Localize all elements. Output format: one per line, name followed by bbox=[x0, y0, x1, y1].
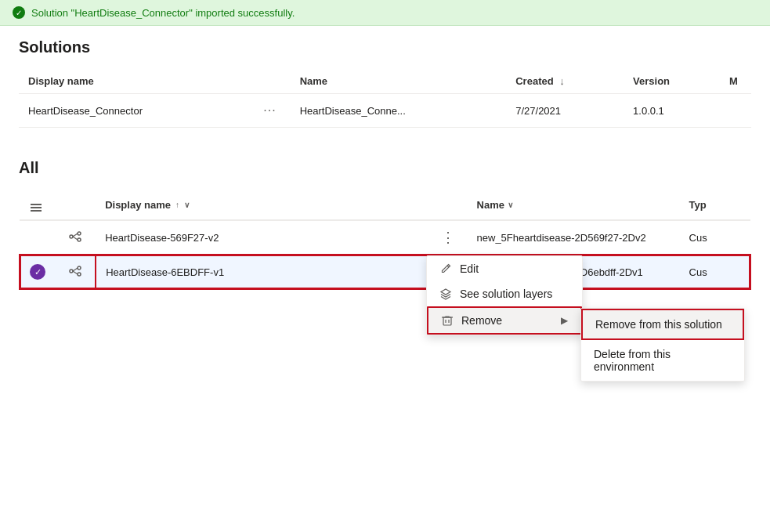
svg-rect-10 bbox=[443, 317, 451, 325]
context-menu-edit[interactable]: Edit bbox=[427, 256, 582, 281]
all-row1-display: HeartDisease-569F27-v2 ⋮ bbox=[96, 220, 467, 255]
trash-icon bbox=[441, 314, 454, 327]
svg-point-6 bbox=[78, 266, 81, 270]
all-row2-type: Cus bbox=[680, 255, 750, 289]
row-connector-icon bbox=[69, 230, 81, 243]
svg-point-7 bbox=[78, 273, 81, 276]
solutions-title: Solutions bbox=[19, 38, 751, 56]
svg-point-2 bbox=[78, 238, 81, 241]
solutions-section: Solutions Display name Name Created ↓ bbox=[19, 38, 751, 128]
all-title: All bbox=[19, 159, 751, 177]
display-name-sort-filter[interactable]: ∨ bbox=[184, 201, 190, 209]
solutions-header-row: Display name Name Created ↓ Version M bbox=[19, 69, 751, 94]
solutions-th-managed: M bbox=[720, 69, 751, 94]
created-sort-icon: ↓ bbox=[559, 75, 565, 87]
all-table: Display name ↑ ∨ Name ∨ T bbox=[19, 190, 751, 290]
all-table-container: Display name ↑ ∨ Name ∨ T bbox=[19, 190, 751, 290]
pencil-icon bbox=[439, 262, 452, 275]
solutions-cell-managed bbox=[720, 94, 751, 128]
remove-submenu-chevron: ▶ bbox=[561, 315, 568, 326]
layers-icon bbox=[439, 288, 452, 300]
table-row: ✓ bbox=[20, 255, 750, 289]
svg-line-8 bbox=[73, 268, 78, 271]
all-th-group bbox=[20, 190, 60, 220]
solutions-cell-name: HeartDisease_Conne... bbox=[291, 94, 507, 128]
all-row2-display: HeartDisease-6EBDFF-v1 ⋮ bbox=[96, 255, 467, 289]
group-sort-icon bbox=[29, 202, 43, 213]
all-row2-check: ✓ bbox=[20, 255, 60, 289]
all-th-icon bbox=[60, 190, 96, 220]
svg-point-0 bbox=[70, 235, 73, 238]
svg-line-4 bbox=[73, 237, 78, 240]
solutions-th-more bbox=[249, 69, 290, 94]
all-row1-name: new_5Fheartdisease-2D569f27-2Dv2 bbox=[468, 220, 680, 255]
success-banner: ✓ Solution "HeartDisease_Connector" impo… bbox=[0, 0, 770, 26]
submenu-remove-from-solution[interactable]: Remove from this solution bbox=[581, 309, 744, 340]
row1-more-button[interactable]: ⋮ bbox=[438, 229, 458, 246]
context-menu: Edit See solution layers bbox=[426, 255, 583, 335]
all-row1-icon bbox=[60, 220, 96, 255]
name-sort-icon: ∨ bbox=[508, 201, 513, 209]
solutions-table: Display name Name Created ↓ Version M bbox=[19, 69, 751, 128]
all-header-row: Display name ↑ ∨ Name ∨ T bbox=[20, 190, 750, 220]
all-th-type: Typ bbox=[680, 190, 750, 220]
table-row: HeartDisease_Connector ··· HeartDisease_… bbox=[19, 94, 751, 128]
context-menu-remove[interactable]: Remove ▶ Remove from this solution Delet… bbox=[427, 306, 582, 335]
row2-connector-icon bbox=[69, 265, 81, 277]
all-row1-type: Cus bbox=[680, 220, 750, 255]
solutions-cell-created: 7/27/2021 bbox=[506, 94, 624, 128]
display-name-sort-asc: ↑ bbox=[175, 201, 179, 209]
solutions-th-display-name: Display name bbox=[19, 69, 249, 94]
solutions-more-button[interactable]: ··· bbox=[258, 102, 280, 119]
all-row1-check bbox=[20, 220, 60, 255]
all-row2-icon bbox=[60, 255, 96, 289]
svg-point-5 bbox=[70, 270, 73, 273]
solutions-cell-display-name: HeartDisease_Connector bbox=[19, 94, 249, 128]
svg-line-3 bbox=[73, 233, 78, 237]
solutions-th-name: Name bbox=[291, 69, 507, 94]
all-section: All bbox=[19, 159, 751, 290]
row2-check-icon: ✓ bbox=[30, 264, 45, 280]
solutions-cell-more[interactable]: ··· bbox=[249, 94, 290, 128]
solutions-th-created: Created ↓ bbox=[506, 69, 624, 94]
solutions-th-version: Version bbox=[624, 69, 720, 94]
context-menu-wrapper: Edit See solution layers bbox=[426, 255, 583, 335]
svg-line-9 bbox=[73, 271, 78, 274]
submenu-delete-from-environment[interactable]: Delete from this environment bbox=[581, 340, 744, 381]
remove-submenu: Remove from this solution Delete from th… bbox=[580, 308, 745, 382]
success-icon: ✓ bbox=[13, 6, 25, 19]
svg-point-1 bbox=[78, 232, 81, 235]
all-th-display-name[interactable]: Display name ↑ ∨ bbox=[96, 190, 467, 220]
table-row: HeartDisease-569F27-v2 ⋮ new_5Fheartdise… bbox=[20, 220, 750, 255]
success-message: Solution "HeartDisease_Connector" import… bbox=[31, 7, 295, 19]
page-content: Solutions Display name Name Created ↓ bbox=[0, 26, 770, 302]
context-menu-layers[interactable]: See solution layers bbox=[427, 281, 582, 306]
all-th-name[interactable]: Name ∨ bbox=[468, 190, 680, 220]
solutions-cell-version: 1.0.0.1 bbox=[624, 94, 720, 128]
